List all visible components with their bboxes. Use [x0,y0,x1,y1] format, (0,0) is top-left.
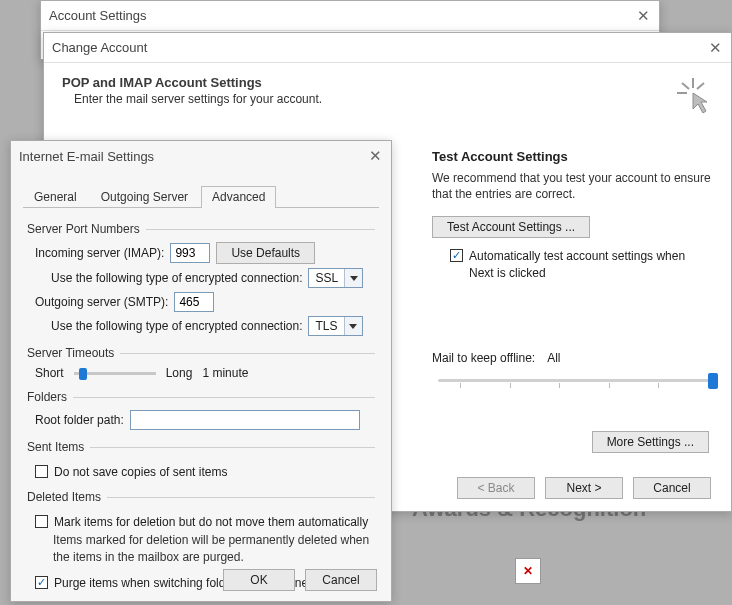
server-port-legend: Server Port Numbers [27,222,146,236]
root-folder-label: Root folder path: [35,413,124,427]
outgoing-enc-value: TLS [309,319,343,333]
timeout-thumb[interactable] [79,368,87,380]
tab-advanced[interactable]: Advanced [201,186,276,208]
internet-email-settings-window: Internet E-mail Settings General Outgoin… [10,140,392,602]
mail-offline-slider[interactable] [438,371,713,389]
settings-tabs: General Outgoing Server Advanced [23,185,379,208]
incoming-enc-select[interactable]: SSL [308,268,363,288]
purge-checkbox[interactable] [35,576,48,589]
broken-image-icon [515,558,541,584]
internet-email-title: Internet E-mail Settings [19,149,367,164]
close-icon[interactable] [707,40,723,56]
chevron-down-icon [344,269,362,287]
incoming-port-input[interactable] [170,243,210,263]
test-account-settings-button[interactable]: Test Account Settings ... [432,216,590,238]
close-icon[interactable] [635,8,651,24]
outgoing-enc-select[interactable]: TLS [308,316,362,336]
test-settings-text: We recommend that you test your account … [432,170,713,202]
incoming-enc-label: Use the following type of encrypted conn… [51,271,302,285]
next-button[interactable]: Next > [545,477,623,499]
chevron-down-icon [344,317,362,335]
mail-offline-label: Mail to keep offline: [432,351,535,365]
server-timeouts-legend: Server Timeouts [27,346,120,360]
timeout-long-label: Long [166,366,193,380]
autotest-label: Automatically test account settings when… [469,248,713,280]
use-defaults-button[interactable]: Use Defaults [216,242,315,264]
timeout-short-label: Short [35,366,64,380]
incoming-port-label: Incoming server (IMAP): [35,246,164,260]
mark-delete-note: Items marked for deletion will be perman… [53,532,375,564]
svg-line-2 [682,83,689,89]
cursor-sparkle-icon [673,75,713,115]
mail-offline-value: All [547,351,560,365]
incoming-enc-value: SSL [309,271,344,285]
tab-general[interactable]: General [23,186,88,208]
svg-line-3 [697,83,704,89]
ok-button[interactable]: OK [223,569,295,591]
nosave-sent-label: Do not save copies of sent items [54,464,375,480]
outgoing-port-label: Outgoing server (SMTP): [35,295,168,309]
sent-items-legend: Sent Items [27,440,90,454]
outgoing-port-input[interactable] [174,292,214,312]
root-folder-input[interactable] [130,410,360,430]
tab-outgoing-server[interactable]: Outgoing Server [90,186,199,208]
mark-delete-label: Mark items for deletion but do not move … [54,514,375,530]
back-button[interactable]: < Back [457,477,535,499]
account-type-subtext: Enter the mail server settings for your … [74,92,663,106]
cancel-button[interactable]: Cancel [305,569,377,591]
close-icon[interactable] [367,148,383,164]
account-type-heading: POP and IMAP Account Settings [62,75,663,90]
account-settings-title: Account Settings [49,8,635,23]
test-settings-heading: Test Account Settings [432,149,713,164]
change-account-title: Change Account [52,40,707,55]
outgoing-enc-label: Use the following type of encrypted conn… [51,319,302,333]
mark-delete-checkbox[interactable] [35,515,48,528]
nosave-sent-checkbox[interactable] [35,465,48,478]
mail-offline-thumb[interactable] [708,373,718,389]
cancel-button[interactable]: Cancel [633,477,711,499]
autotest-checkbox[interactable] [450,249,463,262]
timeout-value: 1 minute [202,366,248,380]
folders-legend: Folders [27,390,73,404]
timeout-slider[interactable] [74,366,156,380]
more-settings-button[interactable]: More Settings ... [592,431,709,453]
deleted-items-legend: Deleted Items [27,490,107,504]
